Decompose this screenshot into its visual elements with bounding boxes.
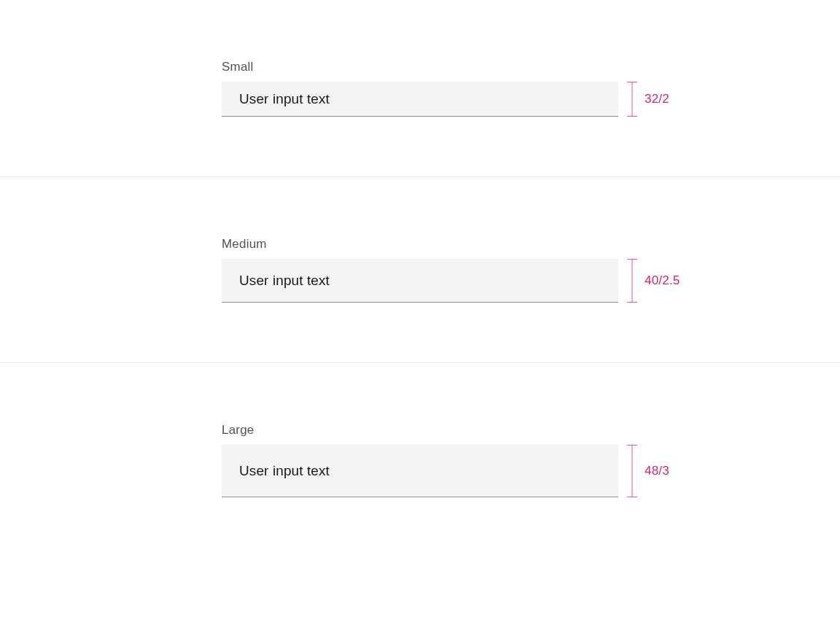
height-measure: 40/2.5	[627, 259, 680, 303]
height-measure: 48/3	[627, 445, 669, 497]
measure-bracket-icon	[627, 82, 637, 117]
field-row: User input text 40/2.5	[222, 259, 840, 303]
text-input-medium[interactable]: User input text	[222, 259, 618, 303]
spec-page: Small User input text 32/2 Medium User i…	[0, 0, 840, 557]
input-value: User input text	[239, 273, 330, 289]
input-value: User input text	[239, 463, 330, 479]
text-input-small[interactable]: User input text	[222, 82, 618, 117]
field-label: Small	[222, 60, 840, 74]
measure-value: 40/2.5	[645, 273, 680, 288]
measure-value: 32/2	[645, 92, 669, 106]
size-section-large: Large User input text 48/3	[0, 362, 840, 557]
input-value: User input text	[239, 91, 330, 107]
height-measure: 32/2	[627, 82, 669, 117]
measure-bracket-icon	[627, 259, 637, 303]
measure-value: 48/3	[645, 464, 669, 478]
size-section-medium: Medium User input text 40/2.5	[0, 176, 840, 362]
field-label: Medium	[222, 237, 840, 252]
measure-bracket-icon	[627, 445, 637, 497]
text-input-large[interactable]: User input text	[222, 445, 618, 497]
field-row: User input text 32/2	[222, 82, 840, 117]
field-label: Large	[222, 423, 840, 438]
field-row: User input text 48/3	[222, 445, 840, 497]
size-section-small: Small User input text 32/2	[0, 0, 840, 176]
